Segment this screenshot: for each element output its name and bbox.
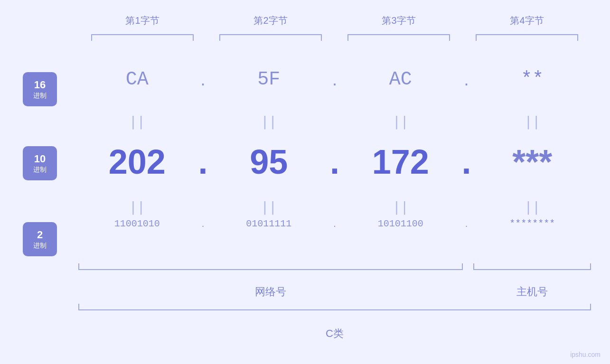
eq2-b3: || [342, 199, 460, 215]
segment-labels: 网络号 主机号 [78, 285, 591, 299]
hex-byte4: ** [474, 69, 591, 90]
bin-dot1: . [196, 218, 210, 229]
col-headers: 第1字节 第2字节 第3字节 第4字节 [78, 14, 591, 27]
bracket-line-3 [347, 34, 450, 41]
bracket-cell-1 [78, 34, 206, 41]
eq2-b1: || [78, 199, 196, 215]
top-brackets [78, 34, 591, 41]
hex-dot1: . [196, 70, 210, 90]
content-area: 第1字节 第2字节 第3字节 第4字节 CA . 5F . [78, 0, 591, 364]
eq2-b4: || [474, 199, 591, 215]
bin-byte2: 01011111 [210, 218, 328, 229]
bin-byte4: ******** [474, 218, 591, 229]
label-dec: 10 进制 [23, 146, 57, 180]
bracket-line-2 [219, 34, 322, 41]
hex-byte3: AC [342, 69, 460, 90]
bottom-bracket-row [78, 263, 591, 270]
hex-dot2: . [328, 70, 342, 90]
bracket-network [78, 263, 463, 270]
eq2-b2: || [210, 199, 328, 215]
dec-row: 202 . 95 . 172 . *** [78, 142, 591, 181]
watermark: ipshu.com [570, 351, 601, 358]
cclass-label: C类 [78, 327, 591, 341]
label-bin-sub: 进制 [33, 242, 47, 250]
bracket-line-4 [476, 34, 578, 41]
equals-row-1: || || || || [78, 114, 591, 130]
bracket-line-1 [91, 34, 194, 41]
hex-byte1: CA [78, 69, 196, 90]
col-header-2: 第2字节 [206, 14, 335, 27]
label-hex: 16 进制 [23, 72, 57, 106]
hex-byte2: 5F [210, 69, 328, 90]
network-label: 网络号 [78, 285, 463, 299]
col-header-1: 第1字节 [78, 14, 206, 27]
dec-dot1: . [196, 142, 210, 181]
bracket-cell-3 [335, 34, 463, 41]
equals-row-2: || || || || [78, 199, 591, 215]
label-dec-sub: 进制 [33, 166, 47, 174]
dec-byte1: 202 [78, 142, 196, 181]
bracket-host [473, 263, 591, 270]
bracket-cell-4 [463, 34, 591, 41]
dec-byte3: 172 [342, 142, 460, 181]
bin-dot2: . [328, 218, 342, 229]
eq1-b3: || [342, 114, 460, 130]
dec-dot3: . [460, 142, 474, 181]
main-container: 16 进制 10 进制 2 进制 第1字节 第2字节 第3字节 第4字节 [0, 0, 610, 364]
bin-row: 11001010 . 01011111 . 10101100 . *******… [78, 218, 591, 229]
col-header-4: 第4字节 [463, 14, 591, 27]
bin-byte3: 10101100 [342, 218, 460, 229]
label-bin: 2 进制 [23, 222, 57, 256]
host-label: 主机号 [473, 285, 591, 299]
label-hex-sub: 进制 [33, 92, 47, 100]
bin-byte1: 11001010 [78, 218, 196, 229]
bracket-gap [463, 263, 473, 270]
label-bin-num: 2 [37, 229, 43, 241]
bracket-cclass [78, 304, 591, 310]
hex-dot3: . [460, 70, 474, 90]
bottom-bracket-area [78, 263, 591, 270]
bracket-cell-2 [206, 34, 335, 41]
col-header-3: 第3字节 [335, 14, 463, 27]
hex-row: CA . 5F . AC . ** [78, 69, 591, 90]
eq1-b4: || [474, 114, 591, 130]
dec-dot2: . [328, 142, 342, 181]
dec-byte2: 95 [210, 142, 328, 181]
dec-byte4: *** [474, 142, 591, 181]
bin-dot3: . [460, 218, 474, 229]
label-dec-num: 10 [34, 153, 46, 165]
label-hex-num: 16 [34, 79, 46, 91]
eq1-b1: || [78, 114, 196, 130]
eq1-b2: || [210, 114, 328, 130]
